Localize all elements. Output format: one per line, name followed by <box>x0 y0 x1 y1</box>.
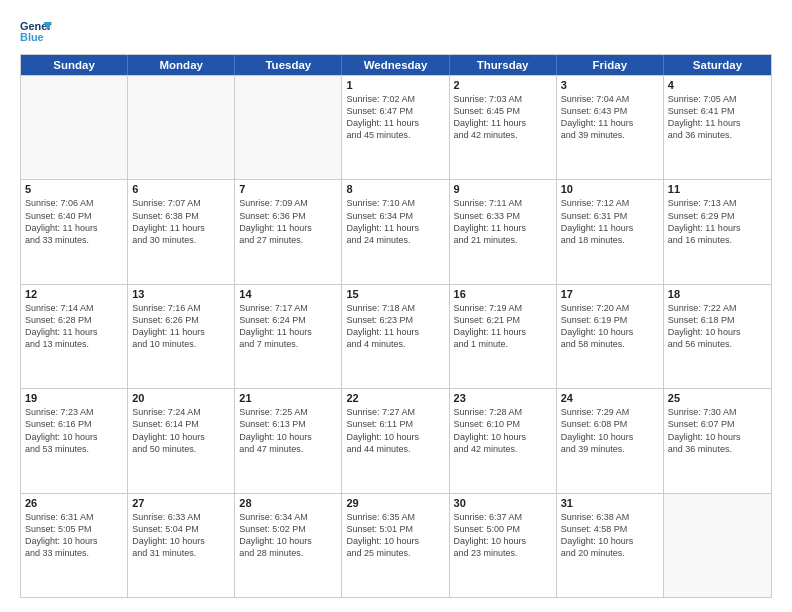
day-info: Sunrise: 7:07 AM Sunset: 6:38 PM Dayligh… <box>132 197 230 246</box>
svg-text:Blue: Blue <box>20 31 44 43</box>
header-cell-wednesday: Wednesday <box>342 55 449 75</box>
day-info: Sunrise: 6:33 AM Sunset: 5:04 PM Dayligh… <box>132 511 230 560</box>
day-info: Sunrise: 7:17 AM Sunset: 6:24 PM Dayligh… <box>239 302 337 351</box>
cal-cell <box>664 494 771 597</box>
cal-cell: 15Sunrise: 7:18 AM Sunset: 6:23 PM Dayli… <box>342 285 449 388</box>
day-number: 4 <box>668 79 767 91</box>
day-info: Sunrise: 7:24 AM Sunset: 6:14 PM Dayligh… <box>132 406 230 455</box>
day-info: Sunrise: 7:28 AM Sunset: 6:10 PM Dayligh… <box>454 406 552 455</box>
day-number: 20 <box>132 392 230 404</box>
day-number: 8 <box>346 183 444 195</box>
day-info: Sunrise: 6:35 AM Sunset: 5:01 PM Dayligh… <box>346 511 444 560</box>
header-cell-sunday: Sunday <box>21 55 128 75</box>
day-number: 31 <box>561 497 659 509</box>
cal-cell: 24Sunrise: 7:29 AM Sunset: 6:08 PM Dayli… <box>557 389 664 492</box>
day-info: Sunrise: 6:38 AM Sunset: 4:58 PM Dayligh… <box>561 511 659 560</box>
day-number: 25 <box>668 392 767 404</box>
cal-cell: 3Sunrise: 7:04 AM Sunset: 6:43 PM Daylig… <box>557 76 664 179</box>
day-number: 2 <box>454 79 552 91</box>
header-cell-saturday: Saturday <box>664 55 771 75</box>
day-number: 9 <box>454 183 552 195</box>
day-info: Sunrise: 7:02 AM Sunset: 6:47 PM Dayligh… <box>346 93 444 142</box>
header-cell-tuesday: Tuesday <box>235 55 342 75</box>
day-number: 6 <box>132 183 230 195</box>
day-number: 26 <box>25 497 123 509</box>
day-number: 7 <box>239 183 337 195</box>
day-info: Sunrise: 7:25 AM Sunset: 6:13 PM Dayligh… <box>239 406 337 455</box>
day-info: Sunrise: 7:10 AM Sunset: 6:34 PM Dayligh… <box>346 197 444 246</box>
cal-cell: 12Sunrise: 7:14 AM Sunset: 6:28 PM Dayli… <box>21 285 128 388</box>
day-info: Sunrise: 7:29 AM Sunset: 6:08 PM Dayligh… <box>561 406 659 455</box>
day-info: Sunrise: 7:13 AM Sunset: 6:29 PM Dayligh… <box>668 197 767 246</box>
header-cell-thursday: Thursday <box>450 55 557 75</box>
day-info: Sunrise: 7:16 AM Sunset: 6:26 PM Dayligh… <box>132 302 230 351</box>
day-number: 3 <box>561 79 659 91</box>
day-info: Sunrise: 6:34 AM Sunset: 5:02 PM Dayligh… <box>239 511 337 560</box>
cal-cell: 23Sunrise: 7:28 AM Sunset: 6:10 PM Dayli… <box>450 389 557 492</box>
cal-cell: 4Sunrise: 7:05 AM Sunset: 6:41 PM Daylig… <box>664 76 771 179</box>
day-number: 16 <box>454 288 552 300</box>
day-number: 29 <box>346 497 444 509</box>
cal-cell: 5Sunrise: 7:06 AM Sunset: 6:40 PM Daylig… <box>21 180 128 283</box>
day-info: Sunrise: 7:09 AM Sunset: 6:36 PM Dayligh… <box>239 197 337 246</box>
day-number: 19 <box>25 392 123 404</box>
header-cell-monday: Monday <box>128 55 235 75</box>
day-info: Sunrise: 7:18 AM Sunset: 6:23 PM Dayligh… <box>346 302 444 351</box>
day-info: Sunrise: 7:20 AM Sunset: 6:19 PM Dayligh… <box>561 302 659 351</box>
day-number: 1 <box>346 79 444 91</box>
cal-cell: 6Sunrise: 7:07 AM Sunset: 6:38 PM Daylig… <box>128 180 235 283</box>
week-row-3: 12Sunrise: 7:14 AM Sunset: 6:28 PM Dayli… <box>21 284 771 388</box>
day-info: Sunrise: 7:22 AM Sunset: 6:18 PM Dayligh… <box>668 302 767 351</box>
day-number: 27 <box>132 497 230 509</box>
day-number: 24 <box>561 392 659 404</box>
day-number: 13 <box>132 288 230 300</box>
day-number: 22 <box>346 392 444 404</box>
cal-cell <box>235 76 342 179</box>
calendar: SundayMondayTuesdayWednesdayThursdayFrid… <box>20 54 772 598</box>
day-info: Sunrise: 6:31 AM Sunset: 5:05 PM Dayligh… <box>25 511 123 560</box>
cal-cell: 28Sunrise: 6:34 AM Sunset: 5:02 PM Dayli… <box>235 494 342 597</box>
calendar-body: 1Sunrise: 7:02 AM Sunset: 6:47 PM Daylig… <box>21 75 771 597</box>
cal-cell: 29Sunrise: 6:35 AM Sunset: 5:01 PM Dayli… <box>342 494 449 597</box>
day-number: 21 <box>239 392 337 404</box>
cal-cell: 14Sunrise: 7:17 AM Sunset: 6:24 PM Dayli… <box>235 285 342 388</box>
day-info: Sunrise: 7:14 AM Sunset: 6:28 PM Dayligh… <box>25 302 123 351</box>
day-info: Sunrise: 7:11 AM Sunset: 6:33 PM Dayligh… <box>454 197 552 246</box>
day-info: Sunrise: 7:27 AM Sunset: 6:11 PM Dayligh… <box>346 406 444 455</box>
day-number: 23 <box>454 392 552 404</box>
day-number: 28 <box>239 497 337 509</box>
day-number: 18 <box>668 288 767 300</box>
day-number: 17 <box>561 288 659 300</box>
cal-cell: 20Sunrise: 7:24 AM Sunset: 6:14 PM Dayli… <box>128 389 235 492</box>
cal-cell: 8Sunrise: 7:10 AM Sunset: 6:34 PM Daylig… <box>342 180 449 283</box>
day-number: 30 <box>454 497 552 509</box>
day-number: 10 <box>561 183 659 195</box>
header-cell-friday: Friday <box>557 55 664 75</box>
week-row-4: 19Sunrise: 7:23 AM Sunset: 6:16 PM Dayli… <box>21 388 771 492</box>
cal-cell: 13Sunrise: 7:16 AM Sunset: 6:26 PM Dayli… <box>128 285 235 388</box>
cal-cell: 16Sunrise: 7:19 AM Sunset: 6:21 PM Dayli… <box>450 285 557 388</box>
day-info: Sunrise: 7:04 AM Sunset: 6:43 PM Dayligh… <box>561 93 659 142</box>
week-row-5: 26Sunrise: 6:31 AM Sunset: 5:05 PM Dayli… <box>21 493 771 597</box>
day-info: Sunrise: 7:03 AM Sunset: 6:45 PM Dayligh… <box>454 93 552 142</box>
day-number: 11 <box>668 183 767 195</box>
day-number: 5 <box>25 183 123 195</box>
day-info: Sunrise: 7:06 AM Sunset: 6:40 PM Dayligh… <box>25 197 123 246</box>
cal-cell: 27Sunrise: 6:33 AM Sunset: 5:04 PM Dayli… <box>128 494 235 597</box>
week-row-2: 5Sunrise: 7:06 AM Sunset: 6:40 PM Daylig… <box>21 179 771 283</box>
cal-cell: 17Sunrise: 7:20 AM Sunset: 6:19 PM Dayli… <box>557 285 664 388</box>
day-number: 14 <box>239 288 337 300</box>
cal-cell <box>128 76 235 179</box>
day-info: Sunrise: 7:12 AM Sunset: 6:31 PM Dayligh… <box>561 197 659 246</box>
header: General Blue <box>20 18 772 46</box>
cal-cell: 11Sunrise: 7:13 AM Sunset: 6:29 PM Dayli… <box>664 180 771 283</box>
cal-cell: 1Sunrise: 7:02 AM Sunset: 6:47 PM Daylig… <box>342 76 449 179</box>
cal-cell: 7Sunrise: 7:09 AM Sunset: 6:36 PM Daylig… <box>235 180 342 283</box>
logo-icon: General Blue <box>20 18 52 46</box>
day-info: Sunrise: 7:19 AM Sunset: 6:21 PM Dayligh… <box>454 302 552 351</box>
page: General Blue SundayMondayTuesdayWednesda… <box>0 0 792 612</box>
cal-cell <box>21 76 128 179</box>
cal-cell: 10Sunrise: 7:12 AM Sunset: 6:31 PM Dayli… <box>557 180 664 283</box>
logo: General Blue <box>20 18 52 46</box>
cal-cell: 19Sunrise: 7:23 AM Sunset: 6:16 PM Dayli… <box>21 389 128 492</box>
